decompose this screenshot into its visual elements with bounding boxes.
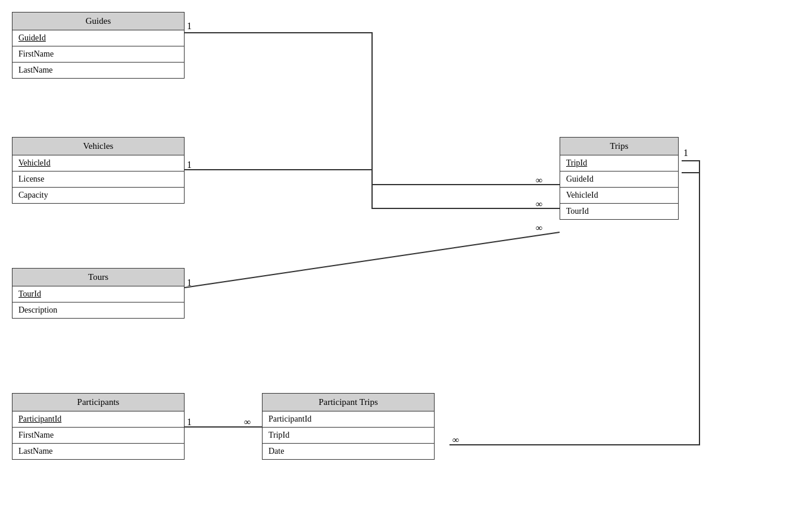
entity-tours-header: Tours (13, 269, 184, 286)
entity-trips-header: Trips (560, 138, 678, 155)
card-tours-1: 1 (187, 277, 192, 288)
entity-participants-header: Participants (13, 394, 184, 411)
entity-vehicles-header: Vehicles (13, 138, 184, 155)
field-participantid-pt: ParticipantId (263, 411, 434, 428)
field-tripid-pt: TripId (263, 428, 434, 444)
erd-diagram: Guides GuideId FirstName LastName Vehicl… (0, 0, 812, 527)
field-firstname-participants: FirstName (13, 428, 184, 444)
entity-participant-trips-header: Participant Trips (263, 394, 434, 411)
card-trips-right-1: 1 (683, 148, 688, 158)
entity-trips: Trips TripId GuideId VehicleId TourId (560, 137, 679, 220)
card-trips-inf2: ∞ (536, 199, 542, 210)
field-lastname-participants: LastName (13, 444, 184, 459)
card-trips-inf1: ∞ (536, 175, 542, 186)
field-license: License (13, 171, 184, 188)
card-vehicles-1: 1 (187, 160, 192, 170)
field-tourid-trips: TourId (560, 204, 678, 219)
entity-participants: Participants ParticipantId FirstName Las… (12, 393, 185, 460)
field-tourid: TourId (13, 286, 184, 303)
field-lastname-guides: LastName (13, 63, 184, 78)
entity-guides-header: Guides (13, 13, 184, 30)
entity-vehicles: Vehicles VehicleId License Capacity (12, 137, 185, 204)
entity-guides: Guides GuideId FirstName LastName (12, 12, 185, 79)
card-participants-1: 1 (187, 417, 192, 428)
entity-participant-trips: Participant Trips ParticipantId TripId D… (262, 393, 435, 460)
field-date: Date (263, 444, 434, 459)
field-vehicleid-trips: VehicleId (560, 188, 678, 204)
field-tripid: TripId (560, 155, 678, 171)
field-guideid: GuideId (13, 30, 184, 46)
entity-tours: Tours TourId Description (12, 268, 185, 319)
field-firstname-guides: FirstName (13, 46, 184, 63)
field-capacity: Capacity (13, 188, 184, 203)
card-guides-1: 1 (187, 21, 192, 32)
field-description: Description (13, 303, 184, 318)
card-trips-inf3: ∞ (536, 223, 542, 233)
card-participant-trips-inf-right: ∞ (452, 435, 459, 445)
field-participantid: ParticipantId (13, 411, 184, 428)
field-vehicleid: VehicleId (13, 155, 184, 171)
field-guideid-trips: GuideId (560, 171, 678, 188)
card-participant-trips-inf-left: ∞ (244, 417, 251, 428)
